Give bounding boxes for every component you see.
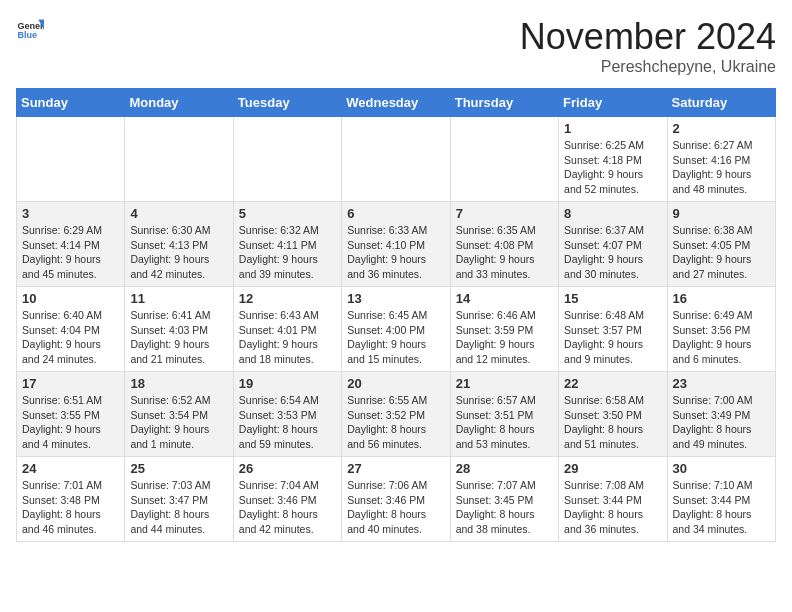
calendar-cell: 6Sunrise: 6:33 AM Sunset: 4:10 PM Daylig… [342, 202, 450, 287]
day-number: 14 [456, 291, 553, 306]
calendar-cell [17, 117, 125, 202]
day-number: 22 [564, 376, 661, 391]
day-number: 18 [130, 376, 227, 391]
col-header-thursday: Thursday [450, 89, 558, 117]
day-number: 2 [673, 121, 770, 136]
day-info: Sunrise: 6:48 AM Sunset: 3:57 PM Dayligh… [564, 308, 661, 367]
day-number: 10 [22, 291, 119, 306]
calendar-cell: 7Sunrise: 6:35 AM Sunset: 4:08 PM Daylig… [450, 202, 558, 287]
calendar-cell: 2Sunrise: 6:27 AM Sunset: 4:16 PM Daylig… [667, 117, 775, 202]
header-row: SundayMondayTuesdayWednesdayThursdayFrid… [17, 89, 776, 117]
calendar-cell: 21Sunrise: 6:57 AM Sunset: 3:51 PM Dayli… [450, 372, 558, 457]
day-info: Sunrise: 6:29 AM Sunset: 4:14 PM Dayligh… [22, 223, 119, 282]
day-info: Sunrise: 6:57 AM Sunset: 3:51 PM Dayligh… [456, 393, 553, 452]
day-info: Sunrise: 6:51 AM Sunset: 3:55 PM Dayligh… [22, 393, 119, 452]
day-number: 15 [564, 291, 661, 306]
col-header-friday: Friday [559, 89, 667, 117]
day-info: Sunrise: 6:58 AM Sunset: 3:50 PM Dayligh… [564, 393, 661, 452]
day-number: 7 [456, 206, 553, 221]
col-header-wednesday: Wednesday [342, 89, 450, 117]
calendar-cell: 9Sunrise: 6:38 AM Sunset: 4:05 PM Daylig… [667, 202, 775, 287]
logo: General Blue [16, 16, 44, 44]
day-number: 20 [347, 376, 444, 391]
calendar-cell: 26Sunrise: 7:04 AM Sunset: 3:46 PM Dayli… [233, 457, 341, 542]
svg-text:Blue: Blue [17, 30, 37, 40]
day-number: 30 [673, 461, 770, 476]
day-number: 28 [456, 461, 553, 476]
col-header-monday: Monday [125, 89, 233, 117]
day-number: 27 [347, 461, 444, 476]
day-info: Sunrise: 6:46 AM Sunset: 3:59 PM Dayligh… [456, 308, 553, 367]
col-header-saturday: Saturday [667, 89, 775, 117]
calendar-cell: 16Sunrise: 6:49 AM Sunset: 3:56 PM Dayli… [667, 287, 775, 372]
day-info: Sunrise: 6:41 AM Sunset: 4:03 PM Dayligh… [130, 308, 227, 367]
day-info: Sunrise: 6:25 AM Sunset: 4:18 PM Dayligh… [564, 138, 661, 197]
calendar-cell: 22Sunrise: 6:58 AM Sunset: 3:50 PM Dayli… [559, 372, 667, 457]
day-number: 17 [22, 376, 119, 391]
day-number: 1 [564, 121, 661, 136]
day-number: 16 [673, 291, 770, 306]
calendar-cell: 8Sunrise: 6:37 AM Sunset: 4:07 PM Daylig… [559, 202, 667, 287]
calendar-cell: 17Sunrise: 6:51 AM Sunset: 3:55 PM Dayli… [17, 372, 125, 457]
calendar-cell: 28Sunrise: 7:07 AM Sunset: 3:45 PM Dayli… [450, 457, 558, 542]
col-header-tuesday: Tuesday [233, 89, 341, 117]
calendar-cell: 15Sunrise: 6:48 AM Sunset: 3:57 PM Dayli… [559, 287, 667, 372]
day-info: Sunrise: 6:27 AM Sunset: 4:16 PM Dayligh… [673, 138, 770, 197]
calendar-cell: 14Sunrise: 6:46 AM Sunset: 3:59 PM Dayli… [450, 287, 558, 372]
calendar-cell: 3Sunrise: 6:29 AM Sunset: 4:14 PM Daylig… [17, 202, 125, 287]
day-number: 5 [239, 206, 336, 221]
day-info: Sunrise: 7:08 AM Sunset: 3:44 PM Dayligh… [564, 478, 661, 537]
day-number: 6 [347, 206, 444, 221]
calendar-cell [342, 117, 450, 202]
day-number: 4 [130, 206, 227, 221]
calendar-cell: 1Sunrise: 6:25 AM Sunset: 4:18 PM Daylig… [559, 117, 667, 202]
calendar-cell: 25Sunrise: 7:03 AM Sunset: 3:47 PM Dayli… [125, 457, 233, 542]
calendar-cell [450, 117, 558, 202]
day-info: Sunrise: 6:43 AM Sunset: 4:01 PM Dayligh… [239, 308, 336, 367]
day-info: Sunrise: 7:07 AM Sunset: 3:45 PM Dayligh… [456, 478, 553, 537]
calendar-cell: 24Sunrise: 7:01 AM Sunset: 3:48 PM Dayli… [17, 457, 125, 542]
day-info: Sunrise: 7:03 AM Sunset: 3:47 PM Dayligh… [130, 478, 227, 537]
calendar-cell: 4Sunrise: 6:30 AM Sunset: 4:13 PM Daylig… [125, 202, 233, 287]
header: General Blue November 2024 Pereshchepyne… [16, 16, 776, 76]
week-row-2: 3Sunrise: 6:29 AM Sunset: 4:14 PM Daylig… [17, 202, 776, 287]
day-info: Sunrise: 6:30 AM Sunset: 4:13 PM Dayligh… [130, 223, 227, 282]
calendar-cell: 10Sunrise: 6:40 AM Sunset: 4:04 PM Dayli… [17, 287, 125, 372]
calendar-cell: 13Sunrise: 6:45 AM Sunset: 4:00 PM Dayli… [342, 287, 450, 372]
calendar-cell: 11Sunrise: 6:41 AM Sunset: 4:03 PM Dayli… [125, 287, 233, 372]
title-area: November 2024 Pereshchepyne, Ukraine [520, 16, 776, 76]
week-row-4: 17Sunrise: 6:51 AM Sunset: 3:55 PM Dayli… [17, 372, 776, 457]
day-number: 13 [347, 291, 444, 306]
day-info: Sunrise: 6:45 AM Sunset: 4:00 PM Dayligh… [347, 308, 444, 367]
day-info: Sunrise: 6:33 AM Sunset: 4:10 PM Dayligh… [347, 223, 444, 282]
calendar-cell: 30Sunrise: 7:10 AM Sunset: 3:44 PM Dayli… [667, 457, 775, 542]
day-info: Sunrise: 7:06 AM Sunset: 3:46 PM Dayligh… [347, 478, 444, 537]
day-number: 21 [456, 376, 553, 391]
calendar-cell: 20Sunrise: 6:55 AM Sunset: 3:52 PM Dayli… [342, 372, 450, 457]
day-info: Sunrise: 7:04 AM Sunset: 3:46 PM Dayligh… [239, 478, 336, 537]
week-row-1: 1Sunrise: 6:25 AM Sunset: 4:18 PM Daylig… [17, 117, 776, 202]
calendar-cell: 19Sunrise: 6:54 AM Sunset: 3:53 PM Dayli… [233, 372, 341, 457]
day-number: 25 [130, 461, 227, 476]
day-number: 8 [564, 206, 661, 221]
day-number: 29 [564, 461, 661, 476]
week-row-5: 24Sunrise: 7:01 AM Sunset: 3:48 PM Dayli… [17, 457, 776, 542]
calendar-cell: 27Sunrise: 7:06 AM Sunset: 3:46 PM Dayli… [342, 457, 450, 542]
day-number: 9 [673, 206, 770, 221]
logo-icon: General Blue [16, 16, 44, 44]
week-row-3: 10Sunrise: 6:40 AM Sunset: 4:04 PM Dayli… [17, 287, 776, 372]
month-title: November 2024 [520, 16, 776, 58]
day-number: 12 [239, 291, 336, 306]
calendar-cell [233, 117, 341, 202]
calendar-cell [125, 117, 233, 202]
day-number: 26 [239, 461, 336, 476]
day-info: Sunrise: 6:55 AM Sunset: 3:52 PM Dayligh… [347, 393, 444, 452]
day-info: Sunrise: 7:01 AM Sunset: 3:48 PM Dayligh… [22, 478, 119, 537]
day-info: Sunrise: 7:00 AM Sunset: 3:49 PM Dayligh… [673, 393, 770, 452]
calendar-cell: 29Sunrise: 7:08 AM Sunset: 3:44 PM Dayli… [559, 457, 667, 542]
day-number: 19 [239, 376, 336, 391]
day-info: Sunrise: 6:32 AM Sunset: 4:11 PM Dayligh… [239, 223, 336, 282]
calendar-table: SundayMondayTuesdayWednesdayThursdayFrid… [16, 88, 776, 542]
calendar-cell: 12Sunrise: 6:43 AM Sunset: 4:01 PM Dayli… [233, 287, 341, 372]
day-info: Sunrise: 6:52 AM Sunset: 3:54 PM Dayligh… [130, 393, 227, 452]
